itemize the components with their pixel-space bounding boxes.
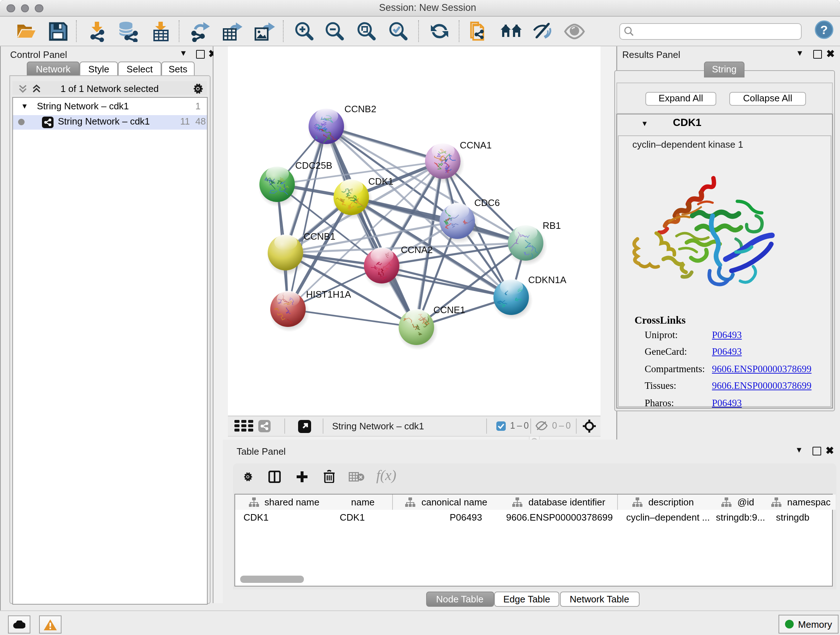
svg-text:CDKN1A: CDKN1A	[528, 274, 567, 285]
svg-text:CCNE1: CCNE1	[433, 304, 465, 315]
svg-text:CCNA2: CCNA2	[401, 244, 433, 255]
svg-text:CCNA1: CCNA1	[460, 140, 492, 150]
svg-text:CCNB2: CCNB2	[344, 103, 376, 114]
svg-text:CCNB1: CCNB1	[303, 231, 335, 242]
svg-text:HIST1H1A: HIST1H1A	[306, 289, 351, 300]
svg-text:RB1: RB1	[543, 220, 561, 231]
svg-text:?: ?	[821, 23, 828, 36]
svg-text:CDK1: CDK1	[368, 176, 393, 187]
svg-text:CDC25B: CDC25B	[295, 160, 332, 171]
svg-text:CDC6: CDC6	[474, 197, 500, 208]
